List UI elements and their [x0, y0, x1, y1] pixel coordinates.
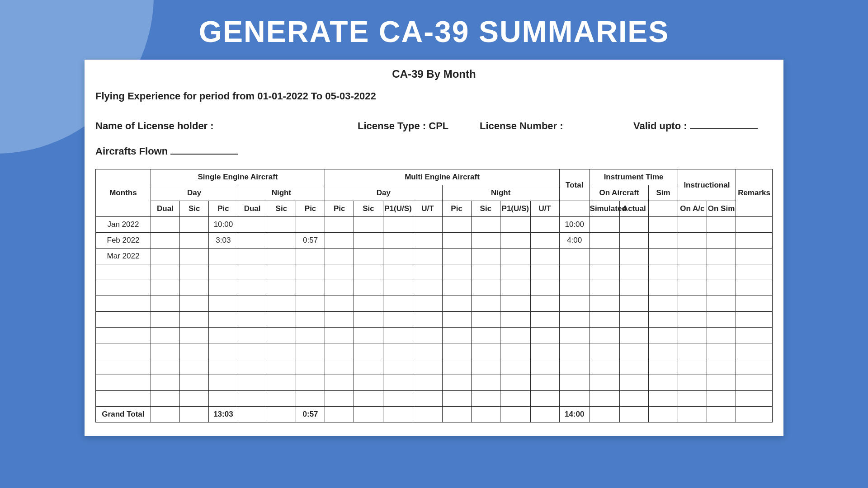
grand-total-cell: [649, 407, 678, 422]
data-cell: [238, 328, 267, 343]
data-cell: [442, 359, 471, 375]
data-cell: [471, 296, 500, 312]
data-cell: [678, 359, 707, 375]
col-pic: Pic: [325, 201, 354, 217]
grand-total-cell: 13:03: [209, 407, 238, 422]
valid-upto-text: Valid upto :: [633, 120, 687, 131]
data-cell: [620, 359, 649, 375]
data-cell: [471, 359, 500, 375]
data-cell: [209, 264, 238, 280]
data-cell: [707, 296, 736, 312]
grand-total-cell: [678, 407, 707, 422]
data-cell: [620, 233, 649, 249]
grand-total-cell: [736, 407, 773, 422]
data-cell: [296, 264, 325, 280]
data-cell: [590, 217, 620, 233]
data-cell: [442, 233, 471, 249]
table-row: Feb 20223:030:574:00: [96, 233, 773, 249]
ca39-table: Months Single Engine Aircraft Multi Engi…: [95, 169, 773, 422]
data-cell: [707, 280, 736, 296]
data-cell: [151, 375, 179, 391]
grand-total-cell: [180, 407, 209, 422]
data-cell: [559, 249, 590, 264]
data-cell: [383, 375, 413, 391]
data-cell: [500, 280, 530, 296]
grand-total-cell: [151, 407, 179, 422]
data-cell: [530, 312, 559, 328]
data-cell: [590, 233, 620, 249]
data-cell: [471, 280, 500, 296]
grand-total-cell: 14:00: [559, 407, 590, 422]
data-cell: [296, 359, 325, 375]
data-cell: [530, 280, 559, 296]
col-pic: Pic: [209, 201, 238, 217]
col-instrument-time: Instrument Time: [590, 169, 678, 185]
grand-total-cell: [707, 407, 736, 422]
aircrafts-flown-label: Aircrafts Flown: [95, 145, 773, 157]
ca39-document: CA-39 By Month Flying Experience for per…: [85, 60, 783, 436]
data-cell: [678, 328, 707, 343]
data-cell: [383, 343, 413, 359]
data-cell: [180, 343, 209, 359]
data-cell: [209, 359, 238, 375]
data-cell: [325, 328, 354, 343]
col-on-ac: On A/c: [678, 201, 707, 217]
col-actual: Actual: [620, 201, 649, 217]
data-cell: [267, 312, 296, 328]
data-cell: [649, 391, 678, 407]
data-cell: [620, 343, 649, 359]
data-cell: [471, 249, 500, 264]
col-sim-sub: [649, 201, 678, 217]
data-cell: [267, 375, 296, 391]
data-cell: [530, 328, 559, 343]
data-cell: 10:00: [559, 217, 590, 233]
grand-total-cell: [413, 407, 442, 422]
data-cell: [413, 233, 442, 249]
data-cell: [383, 233, 413, 249]
data-cell: [180, 312, 209, 328]
month-cell: Feb 2022: [96, 233, 151, 249]
grand-total-cell: [383, 407, 413, 422]
data-cell: [325, 312, 354, 328]
data-cell: [238, 343, 267, 359]
table-body: Jan 202210:0010:00Feb 20223:030:574:00Ma…: [96, 217, 773, 422]
data-cell: [383, 391, 413, 407]
data-cell: [471, 217, 500, 233]
data-cell: [267, 249, 296, 264]
data-cell: [707, 391, 736, 407]
data-cell: [383, 249, 413, 264]
col-multi-engine: Multi Engine Aircraft: [325, 169, 560, 185]
data-cell: [530, 375, 559, 391]
data-cell: [442, 264, 471, 280]
data-cell: [442, 312, 471, 328]
data-cell: [209, 296, 238, 312]
data-cell: [590, 391, 620, 407]
data-cell: [238, 375, 267, 391]
col-on-aircraft: On Aircraft: [590, 185, 649, 201]
data-cell: [649, 328, 678, 343]
slide-title: GENERATE CA-39 SUMMARIES: [0, 0, 868, 49]
data-cell: [267, 343, 296, 359]
data-cell: [354, 280, 383, 296]
data-cell: [736, 249, 773, 264]
month-cell: [96, 328, 151, 343]
data-cell: [649, 343, 678, 359]
data-cell: [209, 375, 238, 391]
data-cell: [442, 249, 471, 264]
data-cell: [500, 217, 530, 233]
col-sic: Sic: [267, 201, 296, 217]
data-cell: [180, 280, 209, 296]
data-cell: [413, 328, 442, 343]
data-cell: [736, 359, 773, 375]
data-cell: [620, 249, 649, 264]
data-cell: [442, 343, 471, 359]
license-holder-label: Name of License holder :: [95, 120, 349, 132]
col-ut: U/T: [413, 201, 442, 217]
data-cell: [678, 233, 707, 249]
data-cell: [267, 264, 296, 280]
col-ut: U/T: [530, 201, 559, 217]
data-cell: [209, 328, 238, 343]
data-cell: [530, 296, 559, 312]
data-cell: [590, 343, 620, 359]
data-cell: [325, 233, 354, 249]
